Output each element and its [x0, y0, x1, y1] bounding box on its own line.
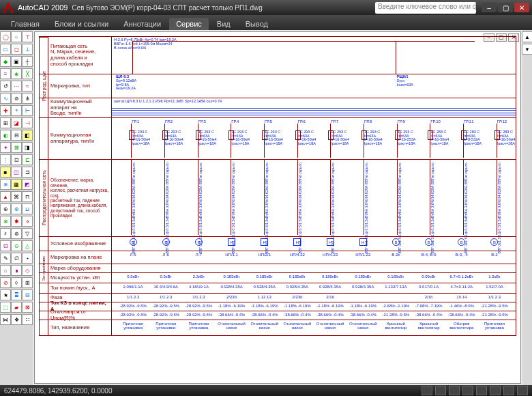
tool-icon[interactable]: ⊠ [22, 302, 33, 313]
search-input[interactable]: Введите ключевое слово или фразу [375, 2, 476, 14]
tool-icon[interactable]: △ [22, 240, 33, 251]
status-button[interactable] [476, 386, 487, 395]
tool-icon[interactable]: ▭ [0, 44, 11, 55]
table-cell: Приточная установка [182, 322, 215, 330]
tool-icon[interactable]: ▲ [522, 31, 532, 42]
tool-icon[interactable]: ❖ [11, 314, 22, 325]
tool-icon[interactable]: ⋆ [22, 253, 33, 264]
tool-icon[interactable]: ▦ [11, 179, 22, 190]
tool-icon[interactable]: ✦ [0, 142, 11, 153]
tool-icon[interactable]: ⊛ [11, 203, 22, 214]
tool-icon[interactable]: ★ [0, 289, 11, 300]
tool-icon[interactable]: ✱ [11, 216, 22, 227]
status-button[interactable] [503, 386, 514, 395]
tab-output[interactable]: Вывод [239, 18, 275, 30]
window-minimize-button[interactable]: – [482, 3, 497, 12]
status-button[interactable] [490, 386, 501, 395]
tool-icon[interactable]: ◻ [11, 44, 22, 55]
tool-icon[interactable]: ⊤ [22, 31, 33, 42]
tool-icon[interactable]: ∅ [11, 253, 22, 264]
cable-area: ВВГ-3х1.5 1ф 0.5/1.5кВт/6А 3.6%/14.628А … [112, 160, 516, 236]
status-button[interactable] [462, 386, 473, 395]
tool-icon[interactable]: ◩ [22, 179, 33, 190]
tool-icon[interactable]: ◯ [0, 31, 11, 42]
tool-icon[interactable]: ≣ [11, 289, 22, 300]
tool-icon[interactable]: ∎ [11, 265, 22, 276]
tool-icon[interactable]: ∷ [22, 314, 33, 325]
tool-icon[interactable]: ⊜ [11, 228, 22, 239]
tool-icon[interactable]: ✚ [0, 105, 11, 116]
table-cell: -21.28% -9.5% [379, 313, 412, 317]
tool-icon[interactable]: ⊘ [0, 277, 11, 288]
tool-icon[interactable]: ▼ [522, 44, 532, 55]
tool-icon[interactable]: ┼ [22, 56, 33, 67]
tool-icon[interactable]: ◈ [11, 68, 22, 79]
tool-icon[interactable]: ╳ [22, 68, 33, 79]
tool-icon[interactable]: ♯ [0, 228, 11, 239]
tool-icon[interactable]: ⊝ [11, 240, 22, 251]
tool-icon[interactable]: ○ [11, 31, 22, 42]
tool-icon[interactable]: ◊ [11, 277, 22, 288]
tool-icon[interactable]: ⊔ [22, 203, 33, 214]
tool-icon[interactable]: ⊕ [0, 203, 11, 214]
tool-icon[interactable]: ⊥ [22, 44, 33, 55]
phase-row: 1/1.2.31/1.2.31/1.2.32/23б1.12.132/23б2/… [112, 294, 516, 302]
tool-icon[interactable]: ◨ [22, 142, 33, 153]
tool-icon[interactable]: ⊏ [22, 154, 33, 165]
window-close-button[interactable]: ✕ [514, 3, 529, 12]
tool-icon[interactable]: ⊞ [0, 117, 11, 128]
tool-icon[interactable]: ⊟ [11, 130, 22, 141]
tool-icon[interactable]: ⊚ [11, 93, 22, 104]
tool-icon[interactable]: ⌖ [11, 105, 22, 116]
tool-icon[interactable]: ∿ [0, 93, 11, 104]
tab-annotations[interactable]: Аннотации [117, 18, 168, 30]
tool-icon[interactable]: ⋔ [22, 93, 33, 104]
tool-icon[interactable]: ≋ [0, 179, 11, 190]
tool-icon[interactable]: ◇ [22, 265, 33, 276]
symbol: Н [293, 238, 301, 246]
status-button[interactable] [449, 386, 460, 395]
tool-icon[interactable]: ◫ [11, 167, 22, 178]
tool-icon[interactable]: ⊗ [0, 216, 11, 227]
status-button[interactable] [517, 386, 528, 395]
tool-icon[interactable]: ◐ [0, 130, 11, 141]
tool-icon[interactable]: ⊢ [22, 105, 33, 116]
tool-icon[interactable]: ⋈ [0, 314, 11, 325]
tool-icon[interactable]: ⊟ [22, 289, 33, 300]
tool-icon[interactable]: ▽ [22, 228, 33, 239]
tool-icon[interactable]: ⋯ [11, 81, 22, 91]
tool-icon[interactable]: ◧ [22, 130, 33, 141]
tool-icon[interactable]: ✎ [0, 253, 11, 264]
tool-icon[interactable]: ⊡ [0, 240, 11, 251]
tool-icon[interactable]: ≈ [22, 81, 33, 91]
tool-icon[interactable]: ↺ [0, 81, 11, 91]
tool-icon[interactable]: ◆ [0, 56, 11, 67]
status-button[interactable] [422, 386, 432, 395]
table-cell: Обогрев вентилятора [445, 322, 478, 330]
tool-icon[interactable]: ▲ [0, 191, 11, 202]
tab-main[interactable]: Главная [4, 18, 46, 30]
tool-icon[interactable]: ⋄ [22, 216, 33, 227]
tool-icon[interactable]: ⬚ [0, 302, 11, 313]
drawing-canvas[interactable]: – ▢ ✕ Питающая сеть N, Марка, сечение, д… [34, 31, 521, 384]
tool-icon[interactable]: ⊞ [22, 277, 33, 288]
tab-blocks[interactable]: Блоки и ссылки [48, 18, 115, 30]
tool-icon[interactable]: ⊡ [11, 154, 22, 165]
tool-icon[interactable]: ▰ [11, 302, 22, 313]
tool-icon[interactable]: ⌂ [0, 265, 11, 276]
tab-view[interactable]: Вид [210, 18, 237, 30]
tool-icon[interactable]: ⊣ [22, 117, 33, 128]
tool-icon[interactable]: ■ [0, 167, 11, 178]
window-maximize-button[interactable]: ▢ [498, 3, 513, 12]
row-label: Марка оборудования [48, 264, 112, 272]
tool-icon[interactable]: ⌘ [11, 191, 22, 202]
status-button[interactable] [435, 386, 446, 395]
tool-icon[interactable]: ◪ [11, 117, 22, 128]
tool-icon[interactable]: ⊠ [11, 142, 22, 153]
tool-icon[interactable]: ⊓ [22, 191, 33, 202]
tool-icon[interactable]: ⊐ [22, 167, 33, 178]
tool-icon[interactable]: ≡ [0, 68, 11, 79]
tab-service[interactable]: Сервис [169, 18, 209, 30]
tool-icon[interactable]: ⋮ [0, 154, 11, 165]
tool-icon[interactable]: ▣ [11, 56, 22, 67]
